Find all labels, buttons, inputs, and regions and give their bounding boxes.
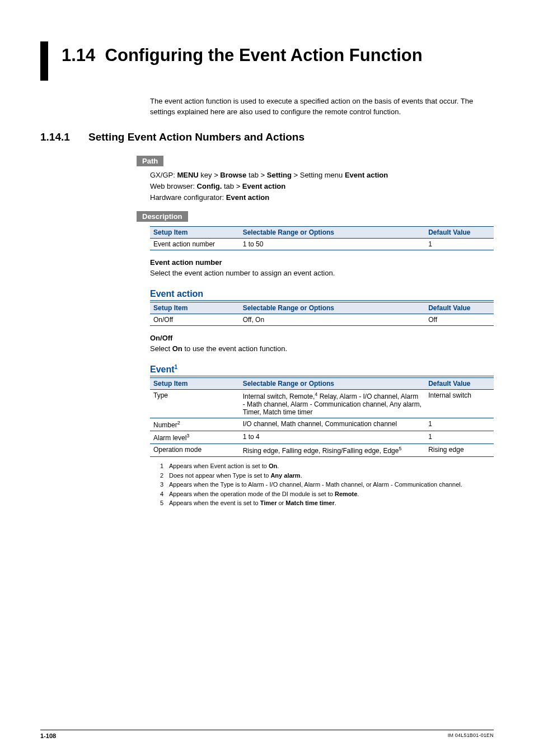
cell: 1 — [425, 239, 494, 250]
footnote: 4Appears when the operation mode of the … — [160, 489, 494, 499]
event-table: Setup Item Selectable Range or Options D… — [150, 377, 494, 457]
footnote-text: Appears when the operation mode of the D… — [169, 489, 359, 499]
footnotes: 1Appears when Event action is set to On.… — [160, 461, 494, 508]
text: Event action — [242, 182, 285, 190]
footnote-text: Appears when the event is set to Timer o… — [169, 498, 336, 508]
text: Browse — [220, 171, 246, 179]
footnote: 1Appears when Event action is set to On. — [160, 461, 494, 471]
text: Select — [150, 344, 172, 353]
table-header-row: Setup Item Selectable Range or Options D… — [150, 302, 494, 314]
text: Rising edge, Falling edge, Rising/Fallin… — [243, 447, 399, 455]
text: . — [277, 463, 279, 469]
footnote: 5Appears when the event is set to Timer … — [160, 498, 494, 508]
path-line-2: Web browser: Config. tab > Event action — [150, 181, 494, 192]
table-row: Alarm level3 1 to 4 1 — [150, 431, 494, 444]
text: Match time timer — [285, 500, 334, 506]
field-heading: Event action number — [150, 258, 494, 267]
cell: Internal switch, Remote,4 Relay, Alarm -… — [240, 390, 425, 418]
description-table: Setup Item Selectable Range or Options D… — [150, 226, 494, 250]
table-header-row: Setup Item Selectable Range or Options D… — [150, 227, 494, 239]
text: On — [172, 344, 182, 353]
th-default: Default Value — [425, 227, 494, 239]
superscript: 2 — [177, 420, 180, 426]
cell: Internal switch — [425, 390, 494, 418]
cell: On/Off — [150, 314, 240, 325]
path-line-1: GX/GP: MENU key > Browse tab > Setting >… — [150, 170, 494, 181]
text: Event action — [345, 171, 388, 179]
cell: 1 to 50 — [240, 239, 425, 250]
cell: Rising edge — [425, 444, 494, 457]
text: Appears when the event is set to — [169, 500, 260, 506]
text: Setting — [267, 171, 292, 179]
text: Appears when Event action is set to — [169, 463, 269, 469]
text: Internal switch, Remote, — [243, 393, 315, 400]
intro-paragraph: The event action function is used to exe… — [150, 96, 494, 118]
event-heading: Event1 — [150, 364, 494, 376]
field-heading: On/Off — [150, 334, 494, 342]
page-number: 1-108 — [40, 732, 56, 739]
table-row: Type Internal switch, Remote,4 Relay, Al… — [150, 390, 494, 418]
field-body: Select On to use the event action functi… — [150, 343, 494, 354]
text: Hardware configurator: — [150, 193, 226, 202]
table-header-row: Setup Item Selectable Range or Options D… — [150, 378, 494, 390]
text: . — [357, 491, 359, 497]
text: GX/GP: — [150, 171, 177, 179]
th-setup-item: Setup Item — [150, 302, 240, 314]
cell: 1 — [425, 418, 494, 431]
footnote-num: 1 — [160, 461, 169, 471]
event-action-heading: Event action — [150, 289, 494, 301]
text: > Setting menu — [292, 171, 345, 179]
text: Appears when the operation mode of the D… — [169, 491, 335, 497]
table-row: Event action number 1 to 50 1 — [150, 239, 494, 250]
cell: Number2 — [150, 418, 240, 431]
heading-bar — [40, 41, 48, 81]
path-line-3: Hardware configurator: Event action — [150, 192, 494, 203]
th-default: Default Value — [425, 302, 494, 314]
text: Event — [150, 365, 175, 374]
th-setup-item: Setup Item — [150, 227, 240, 239]
text: Does not appear when Type is set to — [169, 472, 270, 479]
text: Any alarm — [270, 472, 300, 479]
cell: Type — [150, 390, 240, 418]
text: . — [335, 500, 336, 506]
text: Number — [153, 421, 177, 429]
path-tag: Path — [137, 156, 163, 166]
footnote-num: 3 — [160, 480, 169, 489]
page: 1.14 Configuring the Event Action Functi… — [0, 0, 534, 756]
description-tag: Description — [137, 211, 188, 222]
field-body: Select the event action number to assign… — [150, 268, 494, 279]
footnote-num: 5 — [160, 498, 169, 508]
document-id: IM 04L51B01-01EN — [448, 732, 494, 739]
th-setup-item: Setup Item — [150, 378, 240, 390]
text: Event action — [226, 193, 269, 202]
text: Alarm level — [153, 434, 186, 442]
subsection-number: 1.14.1 — [40, 131, 88, 143]
text: tab > — [246, 171, 267, 179]
cell: I/O channel, Math channel, Communication… — [240, 418, 425, 431]
footnote-text: Appears when Event action is set to On. — [169, 461, 279, 471]
path-content: GX/GP: MENU key > Browse tab > Setting >… — [150, 170, 494, 203]
footnote-text: Does not appear when Type is set to Any … — [169, 471, 302, 480]
text: Web browser: — [150, 182, 197, 190]
th-default: Default Value — [425, 378, 494, 390]
cell: Rising edge, Falling edge, Rising/Fallin… — [240, 444, 425, 457]
table-row: Number2 I/O channel, Math channel, Commu… — [150, 418, 494, 431]
cell: 1 to 4 — [240, 431, 425, 444]
cell: Off — [425, 314, 494, 325]
text: . — [301, 472, 302, 479]
event-action-table: Setup Item Selectable Range or Options D… — [150, 302, 494, 326]
cell: 1 — [425, 431, 494, 444]
text: Config. — [197, 182, 222, 190]
subsection-heading: 1.14.1 Setting Event Action Numbers and … — [40, 131, 494, 143]
page-footer: 1-108 IM 04L51B01-01EN — [40, 730, 494, 739]
text: MENU — [177, 171, 198, 179]
table-row: Operation mode Rising edge, Falling edge… — [150, 444, 494, 457]
content-block: Path GX/GP: MENU key > Browse tab > Sett… — [150, 148, 494, 508]
text: or — [277, 500, 285, 506]
subsection-title: Setting Event Action Numbers and Actions — [88, 131, 305, 143]
th-range: Selectable Range or Options — [240, 227, 425, 239]
footnote-num: 4 — [160, 489, 169, 499]
text: On — [269, 463, 277, 469]
superscript: 5 — [399, 446, 401, 451]
table-row: On/Off Off, On Off — [150, 314, 494, 325]
